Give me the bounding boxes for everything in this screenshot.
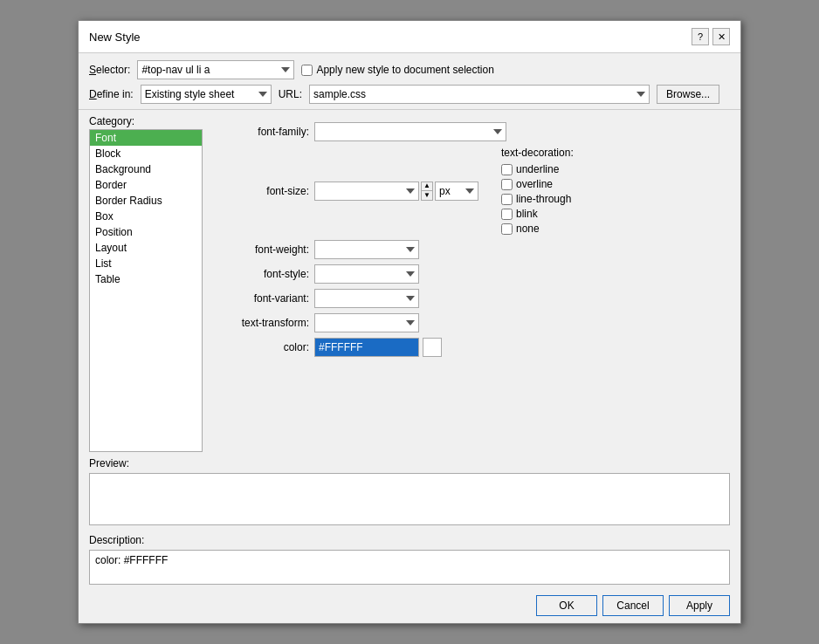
define-in-label: Define in:: [89, 88, 134, 100]
url-dropdown[interactable]: sample.css: [309, 85, 650, 104]
font-size-group: ▲ ▼ px: [314, 182, 478, 201]
font-style-label: font-style:: [213, 268, 309, 280]
text-decoration-overline-checkbox[interactable]: [501, 179, 513, 190]
preview-label: Preview:: [89, 457, 730, 469]
text-decoration-line-through-label[interactable]: line-through: [501, 193, 574, 205]
font-weight-label: font-weight:: [213, 243, 309, 256]
category-item-background[interactable]: Background: [90, 161, 202, 177]
category-item-table[interactable]: Table: [90, 271, 202, 287]
text-decoration-line-through-checkbox[interactable]: [501, 194, 513, 205]
font-family-label: font-family:: [213, 126, 309, 138]
preview-section: Preview:: [79, 452, 740, 531]
text-decoration-underline-text: underline: [516, 163, 559, 175]
font-variant-row: font-variant:: [213, 289, 719, 308]
color-label: color:: [213, 341, 309, 353]
close-button[interactable]: ✕: [712, 28, 730, 45]
category-item-border[interactable]: Border: [90, 177, 202, 193]
description-label: Description:: [89, 534, 730, 546]
properties-panel: font-family: font-size: ▲ ▼: [203, 115, 730, 452]
apply-to-selection-label[interactable]: Apply new style to document selection: [301, 64, 493, 76]
define-in-dropdown[interactable]: Existing style sheet: [141, 85, 272, 104]
font-size-row: font-size: ▲ ▼ px text-decoration:: [213, 147, 719, 235]
text-decoration-line-through-text: line-through: [516, 193, 571, 205]
font-size-up-button[interactable]: ▲: [422, 182, 432, 192]
text-decoration-group: text-decoration: underlineoverlineline-t…: [501, 147, 574, 235]
category-item-font[interactable]: Font: [90, 130, 202, 146]
text-decoration-underline-label[interactable]: underline: [501, 163, 574, 175]
category-item-box[interactable]: Box: [90, 209, 202, 224]
category-item-block[interactable]: Block: [90, 146, 202, 161]
apply-to-selection-checkbox[interactable]: [301, 65, 313, 76]
text-decoration-overline-label[interactable]: overline: [501, 178, 574, 190]
font-size-down-button[interactable]: ▼: [422, 191, 432, 200]
apply-button[interactable]: Apply: [669, 595, 730, 616]
category-label: Category:: [89, 115, 203, 127]
footer: OK Cancel Apply: [79, 588, 740, 623]
text-decoration-none-label[interactable]: none: [501, 223, 574, 235]
top-section: Selector: #top-nav ul li a Apply new sty…: [79, 53, 740, 107]
text-decoration-none-checkbox[interactable]: [501, 223, 513, 235]
new-style-dialog: New Style ? ✕ Selector: #top-nav ul li a…: [78, 20, 741, 624]
font-size-dropdown[interactable]: [314, 182, 419, 201]
text-decoration-blink-checkbox[interactable]: [501, 209, 513, 220]
help-button[interactable]: ?: [692, 28, 709, 45]
text-decoration-underline-checkbox[interactable]: [501, 164, 513, 175]
category-item-layout[interactable]: Layout: [90, 240, 202, 256]
selector-label: Selector:: [89, 64, 130, 76]
font-weight-dropdown[interactable]: [314, 240, 419, 259]
text-decoration-blink-label[interactable]: blink: [501, 208, 574, 220]
color-dropdown[interactable]: #FFFFFF: [314, 338, 419, 357]
font-size-spinner: ▲ ▼: [421, 182, 433, 201]
font-variant-dropdown[interactable]: [314, 289, 419, 308]
preview-box: [89, 473, 730, 525]
text-transform-label: text-transform:: [213, 317, 309, 329]
selector-row: Selector: #top-nav ul li a Apply new sty…: [89, 60, 730, 79]
color-row: color: #FFFFFF: [213, 338, 719, 357]
font-family-dropdown[interactable]: [314, 122, 506, 141]
text-transform-dropdown[interactable]: [314, 313, 419, 332]
main-content: Category: FontBlockBackgroundBorderBorde…: [79, 115, 740, 452]
description-value: color: #FFFFFF: [95, 554, 168, 566]
category-item-position[interactable]: Position: [90, 224, 202, 240]
ok-button[interactable]: OK: [536, 595, 597, 616]
font-size-unit-dropdown[interactable]: px: [435, 182, 478, 201]
description-box: color: #FFFFFF: [89, 550, 730, 585]
apply-to-selection-text: Apply new style to document selection: [316, 64, 493, 76]
cancel-button[interactable]: Cancel: [602, 595, 664, 616]
description-section: Description: color: #FFFFFF: [79, 531, 740, 588]
font-style-dropdown[interactable]: [314, 264, 419, 284]
text-decoration-title: text-decoration:: [501, 147, 574, 159]
category-panel: Category: FontBlockBackgroundBorderBorde…: [89, 115, 203, 452]
browse-button[interactable]: Browse...: [657, 85, 719, 104]
category-list[interactable]: FontBlockBackgroundBorderBorder RadiusBo…: [89, 129, 203, 452]
category-item-border-radius[interactable]: Border Radius: [90, 193, 202, 209]
color-input-group: #FFFFFF: [314, 338, 442, 357]
font-size-label: font-size:: [213, 185, 309, 197]
text-decoration-blink-text: blink: [516, 208, 538, 220]
text-transform-row: text-transform:: [213, 313, 719, 332]
selector-dropdown[interactable]: #top-nav ul li a: [137, 60, 294, 79]
define-row: Define in: Existing style sheet URL: sam…: [89, 85, 730, 104]
category-item-list[interactable]: List: [90, 256, 202, 271]
font-style-row: font-style:: [213, 264, 719, 284]
font-family-row: font-family:: [213, 122, 719, 141]
dialog-title: New Style: [89, 31, 141, 44]
font-weight-row: font-weight:: [213, 240, 719, 259]
font-variant-label: font-variant:: [213, 292, 309, 305]
text-decoration-overline-text: overline: [516, 178, 553, 190]
text-decoration-none-text: none: [516, 223, 540, 235]
url-label: URL:: [279, 88, 302, 100]
title-bar: New Style ? ✕: [79, 21, 740, 53]
color-swatch[interactable]: [423, 338, 442, 357]
